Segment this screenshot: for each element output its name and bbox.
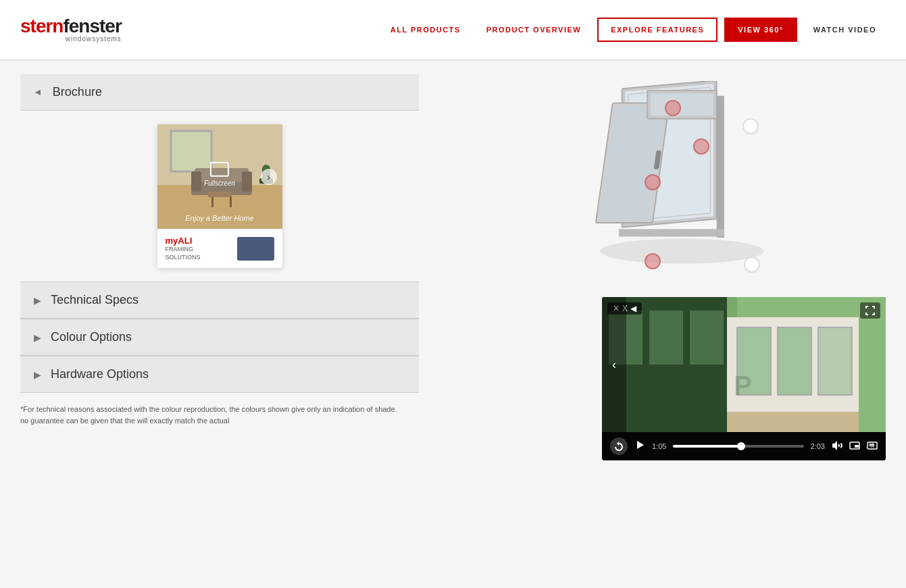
video-options-button[interactable] bbox=[867, 440, 878, 453]
myali-main: ALI bbox=[178, 236, 192, 246]
svg-rect-6 bbox=[191, 171, 201, 192]
accordion-colour-options-header[interactable]: ▶ Colour Options bbox=[20, 319, 419, 356]
nav-watch-video[interactable]: WATCH VIDEO bbox=[804, 20, 886, 39]
right-content: P ✕ X ◀ bbox=[459, 74, 886, 460]
svg-rect-29 bbox=[778, 327, 811, 395]
hotspot-2[interactable] bbox=[743, 118, 759, 134]
video-player: P ✕ X ◀ bbox=[602, 297, 886, 460]
tech-specs-arrow-icon: ▶ bbox=[34, 295, 41, 306]
svg-rect-35 bbox=[649, 311, 683, 365]
video-screen: P ✕ X ◀ bbox=[602, 297, 886, 432]
logo-subtitle: windowsystems bbox=[20, 36, 122, 43]
svg-marker-37 bbox=[637, 441, 644, 449]
svg-rect-30 bbox=[818, 327, 852, 395]
svg-rect-23 bbox=[619, 229, 724, 236]
svg-text:P: P bbox=[734, 371, 752, 400]
logo-main: fenster bbox=[63, 16, 121, 36]
myali-sub: FRAMING SOLUTIONS bbox=[166, 246, 201, 261]
fullscreen-label: Fullscreen bbox=[204, 179, 235, 186]
right-panel: P ✕ X ◀ bbox=[459, 74, 886, 460]
replay-icon bbox=[614, 442, 624, 451]
accordion-brochure-header[interactable]: ▼ Brochure bbox=[20, 74, 419, 111]
myali-prefix: my bbox=[166, 236, 178, 246]
window-3d-container bbox=[565, 81, 781, 284]
video-mute-button[interactable] bbox=[832, 440, 842, 453]
svg-rect-10 bbox=[230, 197, 232, 207]
hardware-options-title: Hardware Options bbox=[51, 367, 149, 381]
video-progress-dot bbox=[737, 442, 745, 450]
nav-all-products[interactable]: ALL PRODUCTS bbox=[381, 20, 470, 39]
svg-rect-36 bbox=[690, 311, 724, 365]
hotspot-3[interactable] bbox=[693, 138, 709, 155]
hotspot-1[interactable] bbox=[665, 100, 681, 116]
svg-rect-9 bbox=[211, 197, 213, 207]
brochure-card[interactable]: Fullscreen Enjoy a Better Home › myALI F… bbox=[157, 124, 282, 268]
video-screen-inner: P bbox=[602, 297, 886, 432]
video-duration: 2:03 bbox=[811, 442, 825, 450]
accordion-hardware-options-header[interactable]: ▶ Hardware Options bbox=[20, 356, 419, 393]
hardware-options-arrow-icon: ▶ bbox=[34, 369, 41, 380]
logo-prefix: stern bbox=[20, 16, 63, 36]
video-current-time: 1:05 bbox=[652, 442, 666, 450]
video-fullscreen-button[interactable] bbox=[860, 302, 880, 319]
video-progress-fill bbox=[673, 445, 740, 448]
svg-point-13 bbox=[600, 238, 764, 263]
hotspot-5[interactable] bbox=[645, 253, 661, 269]
nav-explore-features[interactable]: EXPLORE FEATURES bbox=[597, 18, 718, 42]
video-pip-button[interactable] bbox=[849, 440, 860, 453]
fullscreen-icon: Fullscreen bbox=[204, 161, 235, 186]
accordion-tech-specs-header[interactable]: ▶ Technical Specs bbox=[20, 282, 419, 319]
brochure-caption: Enjoy a Better Home bbox=[157, 214, 282, 222]
hotspot-6[interactable] bbox=[744, 257, 760, 273]
video-replay-button[interactable] bbox=[610, 437, 628, 455]
brochure-arrow-icon: ▼ bbox=[33, 88, 44, 97]
close-arrow-icon: ◀ bbox=[630, 304, 636, 313]
svg-rect-31 bbox=[724, 412, 859, 432]
fullscreen-box bbox=[210, 161, 229, 176]
video-scene-svg: P bbox=[602, 297, 886, 432]
main-content: ▼ Brochure bbox=[0, 61, 906, 474]
myali-color-swatch bbox=[237, 237, 274, 261]
brochure-next-arrow[interactable]: › bbox=[261, 169, 277, 185]
brochure-footer: myALI FRAMING SOLUTIONS bbox=[157, 229, 282, 268]
left-panel: ▼ Brochure bbox=[20, 74, 439, 460]
tech-specs-title: Technical Specs bbox=[51, 293, 139, 307]
hotspot-4[interactable] bbox=[645, 174, 661, 190]
video-prev-button[interactable]: ‹ bbox=[602, 297, 626, 432]
product-3d-area bbox=[459, 74, 886, 290]
brochure-title: Brochure bbox=[53, 85, 102, 99]
header: sternfenster windowsystems ALL PRODUCTS … bbox=[0, 0, 906, 61]
logo-text: sternfenster bbox=[20, 17, 122, 36]
brochure-image: Fullscreen Enjoy a Better Home › bbox=[157, 124, 282, 229]
video-progress-bar[interactable] bbox=[673, 445, 803, 448]
svg-rect-8 bbox=[208, 192, 232, 197]
mute-icon bbox=[832, 440, 842, 451]
colour-footnote: *For technical reasons associated with t… bbox=[20, 404, 399, 426]
brochure-body: Fullscreen Enjoy a Better Home › myALI F… bbox=[20, 111, 419, 282]
accordion: ▼ Brochure bbox=[20, 74, 419, 393]
logo: sternfenster windowsystems bbox=[20, 17, 122, 43]
video-play-button[interactable] bbox=[634, 439, 645, 454]
video-controls: 1:05 2:03 bbox=[602, 432, 886, 460]
play-icon bbox=[634, 439, 645, 450]
video-prev-icon: ‹ bbox=[612, 358, 616, 372]
myali-logo: myALI bbox=[166, 236, 201, 246]
pip-icon bbox=[849, 440, 860, 451]
nav-view-360[interactable]: VIEW 360° bbox=[724, 18, 797, 42]
colour-options-title: Colour Options bbox=[51, 330, 132, 344]
main-nav: ALL PRODUCTS PRODUCT OVERVIEW EXPLORE FE… bbox=[381, 18, 886, 42]
options-icon bbox=[867, 440, 878, 451]
svg-rect-21 bbox=[650, 94, 713, 116]
nav-product-overview[interactable]: PRODUCT OVERVIEW bbox=[477, 20, 591, 39]
svg-rect-22 bbox=[716, 96, 724, 238]
colour-options-arrow-icon: ▶ bbox=[34, 332, 41, 343]
svg-rect-39 bbox=[855, 445, 859, 448]
fullscreen-expand-icon bbox=[865, 305, 876, 316]
myali-logo-wrap: myALI FRAMING SOLUTIONS bbox=[166, 236, 201, 261]
svg-rect-7 bbox=[242, 171, 252, 192]
